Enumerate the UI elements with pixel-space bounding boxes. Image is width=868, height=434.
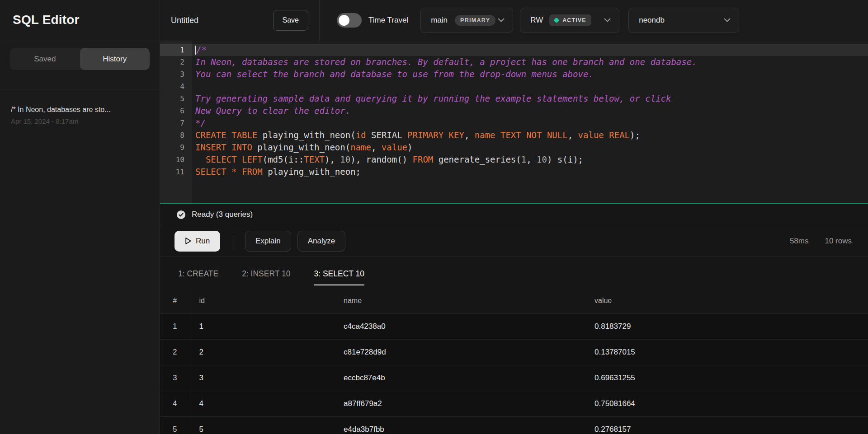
table-cell: 0.75081664 bbox=[585, 391, 868, 416]
table-cell: 0.13787015 bbox=[585, 339, 868, 365]
editor-line[interactable]: 1/* bbox=[160, 44, 868, 56]
result-tab[interactable]: 3: SELECT 10 bbox=[314, 269, 364, 289]
time-travel-label: Time Travel bbox=[368, 16, 408, 25]
editor-line[interactable]: 6New Query to clear the editor. bbox=[160, 105, 868, 117]
editor-line[interactable]: 7*/ bbox=[160, 117, 868, 129]
column-header: # bbox=[160, 289, 190, 313]
result-tab[interactable]: 1: CREATE bbox=[178, 269, 218, 289]
line-number: 1 bbox=[160, 44, 192, 56]
compute-mode: RW bbox=[530, 16, 543, 25]
run-button[interactable]: Run bbox=[175, 231, 220, 252]
editor-line[interactable]: 10 SELECT LEFT(md5(i::TEXT), 10), random… bbox=[160, 154, 868, 166]
saved-history-switcher: Saved History bbox=[0, 40, 160, 89]
line-number: 6 bbox=[160, 105, 192, 117]
table-cell: 4 bbox=[160, 391, 190, 416]
sql-editor-app: SQL Editor Saved History /* In Neon, dat… bbox=[0, 0, 868, 434]
code-text: SELECT LEFT(md5(i::TEXT), 10), random() … bbox=[192, 154, 583, 166]
chevron-down-icon bbox=[724, 18, 731, 23]
time-travel-group: Time Travel bbox=[337, 13, 408, 28]
code-text: /* bbox=[192, 44, 207, 56]
table-row: 22c81e728d9d0.13787015 bbox=[160, 339, 868, 365]
history-list: /* In Neon, databases are sto...Apr 15, … bbox=[0, 89, 160, 125]
code-text: CREATE TABLE playing_with_neon(id SERIAL… bbox=[192, 129, 640, 141]
sidebar: SQL Editor Saved History /* In Neon, dat… bbox=[0, 0, 160, 434]
editor-line[interactable]: 5Try generating sample data and querying… bbox=[160, 93, 868, 105]
table-cell: c81e728d9d bbox=[335, 339, 585, 365]
query-duration: 58ms bbox=[790, 237, 809, 246]
database-dropdown[interactable]: neondb bbox=[628, 8, 739, 33]
table-cell: 0.8183729 bbox=[585, 313, 868, 339]
line-number: 3 bbox=[160, 68, 192, 80]
run-label: Run bbox=[196, 237, 210, 246]
table-cell: 5 bbox=[160, 416, 190, 434]
query-header: Untitled Save bbox=[160, 0, 320, 41]
table-cell: eccbc87e4b bbox=[335, 365, 585, 391]
query-name: Untitled bbox=[171, 16, 198, 25]
table-row: 33eccbc87e4b0.69631255 bbox=[160, 365, 868, 391]
editor-line[interactable]: 8CREATE TABLE playing_with_neon(id SERIA… bbox=[160, 129, 868, 141]
branch-dropdown[interactable]: main PRIMARY bbox=[420, 8, 513, 33]
actions-row: Run Explain Analyze 58ms 10 rows bbox=[160, 225, 868, 257]
active-status-label: ACTIVE bbox=[562, 17, 586, 23]
code-text: You can select the branch and database t… bbox=[192, 68, 594, 80]
compute-dropdown[interactable]: RW ACTIVE bbox=[520, 8, 619, 33]
code-text: In Neon, databases are stored on branche… bbox=[192, 56, 697, 68]
status-dot-icon bbox=[554, 18, 559, 23]
database-name: neondb bbox=[639, 16, 665, 25]
table-cell: 3 bbox=[190, 365, 335, 391]
column-header: value bbox=[585, 289, 868, 313]
toggle-knob bbox=[339, 15, 349, 26]
table-cell: 0.2768157 bbox=[585, 416, 868, 434]
code-text bbox=[192, 80, 195, 93]
button-divider bbox=[233, 233, 233, 250]
code-text: New Query to clear the editor. bbox=[192, 105, 350, 117]
editor-line[interactable]: 4 bbox=[160, 80, 868, 93]
table-cell: 1 bbox=[160, 313, 190, 339]
code-lines: 1/*2In Neon, databases are stored on bra… bbox=[160, 44, 868, 178]
line-number: 9 bbox=[160, 141, 192, 154]
primary-badge: PRIMARY bbox=[455, 15, 495, 26]
history-item[interactable]: /* In Neon, databases are sto...Apr 15, … bbox=[0, 89, 160, 125]
editor-line[interactable]: 2In Neon, databases are stored on branch… bbox=[160, 56, 868, 68]
tab-history[interactable]: History bbox=[80, 48, 150, 70]
line-number: 10 bbox=[160, 154, 192, 166]
sql-code-editor[interactable]: 1/*2In Neon, databases are stored on bra… bbox=[160, 41, 868, 203]
editor-line[interactable]: 9INSERT INTO playing_with_neon(name, val… bbox=[160, 141, 868, 154]
time-travel-toggle[interactable] bbox=[337, 13, 362, 28]
table-cell: 3 bbox=[160, 365, 190, 391]
tab-saved[interactable]: Saved bbox=[10, 48, 80, 70]
line-number: 11 bbox=[160, 166, 192, 178]
line-number: 8 bbox=[160, 129, 192, 141]
line-number: 4 bbox=[160, 80, 192, 93]
results-table: #idnamevalue 11c4ca4238a00.818372922c81e… bbox=[160, 289, 868, 434]
sidebar-header: SQL Editor bbox=[0, 0, 160, 40]
chevron-down-icon bbox=[498, 18, 505, 23]
query-metrics: 58ms 10 rows bbox=[790, 237, 852, 246]
segmented-control: Saved History bbox=[10, 48, 150, 70]
code-text: INSERT INTO playing_with_neon(name, valu… bbox=[192, 141, 413, 154]
line-number: 5 bbox=[160, 93, 192, 105]
status-text: Ready (3 queries) bbox=[192, 210, 253, 219]
main-panel: Untitled Save Time Travel main PRIMARY R… bbox=[160, 0, 868, 434]
save-button[interactable]: Save bbox=[273, 10, 308, 31]
result-tab[interactable]: 2: INSERT 10 bbox=[242, 269, 290, 289]
query-row-count: 10 rows bbox=[825, 237, 852, 246]
results-table-wrap: #idnamevalue 11c4ca4238a00.818372922c81e… bbox=[160, 289, 868, 434]
explain-button[interactable]: Explain bbox=[245, 231, 291, 252]
table-cell: 4 bbox=[190, 391, 335, 416]
column-header: name bbox=[335, 289, 585, 313]
history-item-date: Apr 15, 2024 - 8:17am bbox=[11, 117, 148, 125]
table-cell: 0.69631255 bbox=[585, 365, 868, 391]
play-icon bbox=[185, 237, 192, 245]
branch-name: main bbox=[431, 16, 448, 25]
table-cell: 1 bbox=[190, 313, 335, 339]
editor-line[interactable]: 11SELECT * FROM playing_with_neon; bbox=[160, 166, 868, 178]
table-cell: c4ca4238a0 bbox=[335, 313, 585, 339]
analyze-button[interactable]: Analyze bbox=[297, 231, 345, 252]
topbar: Untitled Save Time Travel main PRIMARY R… bbox=[160, 0, 868, 41]
editor-line[interactable]: 3You can select the branch and database … bbox=[160, 68, 868, 80]
status-row: Ready (3 queries) bbox=[160, 204, 868, 225]
ready-check-icon bbox=[176, 210, 186, 219]
line-number: 2 bbox=[160, 56, 192, 68]
code-text: Try generating sample data and querying … bbox=[192, 93, 671, 105]
